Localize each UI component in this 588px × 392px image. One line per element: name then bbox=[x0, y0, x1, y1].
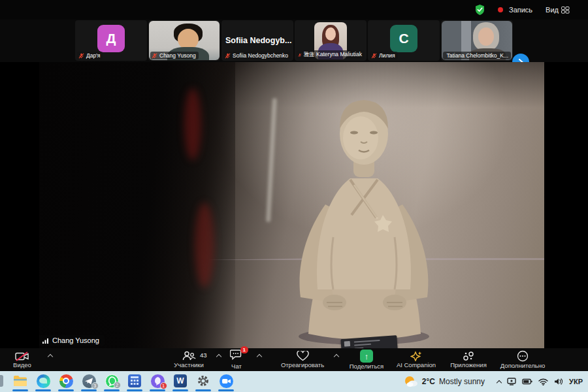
calculator-icon bbox=[128, 374, 141, 387]
language-indicator[interactable]: УКР bbox=[569, 378, 583, 385]
active-speaker-name-overlay: Chang Yusong bbox=[39, 335, 105, 346]
system-tray: УКР bbox=[497, 371, 583, 392]
weather-widget[interactable]: 2°C Mostly sunny bbox=[404, 371, 485, 392]
running-indicator bbox=[104, 389, 120, 391]
react-button[interactable]: Отреагировать bbox=[277, 348, 328, 371]
taskbar-edge[interactable] bbox=[33, 373, 53, 389]
audio-level-icon bbox=[42, 337, 50, 344]
participant-name-label: Дар'я bbox=[77, 52, 103, 59]
heart-icon bbox=[297, 351, 309, 361]
participants-options-chevron[interactable] bbox=[216, 354, 221, 359]
more-button[interactable]: Дополнительно bbox=[495, 348, 550, 371]
taskbar-word[interactable]: W bbox=[171, 373, 190, 389]
share-screen-button[interactable]: ↑ Поделиться bbox=[345, 348, 388, 371]
apps-icon bbox=[463, 351, 474, 361]
participant-tile-darya[interactable]: Д Дар'я bbox=[75, 20, 147, 61]
participant-name-label: 雅蓮 Kateryna Maliutiak bbox=[297, 50, 365, 59]
participant-big-name: Sofiia Nedogyb... bbox=[225, 36, 291, 45]
edge-icon bbox=[37, 374, 50, 388]
participant-tile-sofiia[interactable]: Sofiia Nedogyb... Sofiia Nedogybchenko bbox=[221, 20, 293, 61]
view-button[interactable]: Вид bbox=[546, 6, 570, 14]
taskbar-whatsapp[interactable]: 2 bbox=[102, 373, 122, 389]
chat-options-chevron[interactable] bbox=[257, 354, 262, 359]
speaker-name: Chang Yusong bbox=[52, 336, 99, 344]
volume-icon[interactable] bbox=[554, 378, 563, 385]
weather-condition: Mostly sunny bbox=[439, 377, 485, 386]
mic-muted-icon bbox=[298, 52, 302, 58]
main-speaker-video: Chang Yusong bbox=[39, 62, 544, 348]
mic-muted-icon bbox=[78, 53, 84, 59]
taskbar-file-explorer[interactable] bbox=[10, 373, 30, 389]
video-options-chevron[interactable] bbox=[48, 354, 53, 359]
shield-icon bbox=[475, 5, 485, 15]
weather-temp: 2°C bbox=[422, 377, 435, 386]
participant-name-label: Tatiana Chelombitko_K... bbox=[443, 52, 511, 59]
recording-label: Запись bbox=[509, 6, 532, 14]
ai-sparkle-icon bbox=[410, 351, 422, 361]
video-toggle-button[interactable]: Видео bbox=[5, 348, 39, 371]
share-label: Поделиться bbox=[350, 363, 384, 370]
taskbar-chrome[interactable] bbox=[56, 373, 76, 389]
plaque-text-line bbox=[354, 344, 371, 346]
participant-tile-kateryna[interactable]: 雅蓮 Kateryna Maliutiak bbox=[295, 20, 367, 61]
mic-muted-icon bbox=[444, 53, 445, 59]
apps-button[interactable]: Приложения bbox=[446, 348, 491, 371]
running-indicator bbox=[172, 389, 188, 391]
plaque-text-line bbox=[354, 340, 380, 343]
running-indicator bbox=[127, 389, 142, 391]
video-label: Видео bbox=[13, 362, 31, 368]
react-options-chevron[interactable] bbox=[334, 354, 339, 359]
avatar: Д bbox=[97, 25, 125, 52]
gear-icon bbox=[197, 374, 210, 387]
view-label: Вид bbox=[546, 6, 559, 14]
participants-label: Участники bbox=[174, 362, 203, 368]
mic-muted-icon bbox=[225, 53, 231, 59]
red-light-reflection bbox=[184, 88, 201, 160]
hidden-icons-chevron[interactable] bbox=[497, 379, 501, 385]
chat-unread-badge: 1 bbox=[240, 346, 248, 353]
plaque-image bbox=[344, 341, 351, 347]
ai-companion-button[interactable]: AI Companion bbox=[392, 348, 440, 371]
mostly-sunny-icon bbox=[404, 375, 418, 388]
wifi-icon[interactable] bbox=[538, 378, 548, 385]
word-icon: W bbox=[174, 374, 187, 387]
participants-count: 43 bbox=[200, 351, 207, 359]
viber-icon: 1 bbox=[151, 374, 165, 388]
participant-name-label: Sofiia Nedogybchenko bbox=[223, 52, 291, 59]
participant-tile-tatiana[interactable]: Tatiana Chelombitko_K... bbox=[441, 20, 513, 61]
cutoff-app-icon[interactable] bbox=[0, 375, 3, 387]
badge-count: 2 bbox=[114, 382, 121, 389]
badge-count: 3 bbox=[91, 382, 99, 389]
participants-button[interactable]: Участники 43 bbox=[169, 348, 209, 371]
whatsapp-icon: 2 bbox=[105, 374, 119, 388]
participant-name-label: Chang Yusong bbox=[150, 52, 199, 59]
running-indicator bbox=[12, 389, 28, 391]
battery-icon[interactable] bbox=[522, 378, 532, 385]
taskbar-telegram[interactable]: 3 bbox=[79, 373, 99, 389]
running-indicator bbox=[195, 389, 211, 391]
participants-icon bbox=[182, 351, 196, 361]
terracotta-statue bbox=[261, 87, 467, 348]
grid-view-icon bbox=[561, 7, 570, 14]
recording-dot-icon bbox=[498, 7, 503, 12]
chat-button[interactable]: 1 Чат bbox=[223, 348, 250, 371]
participant-tile-chang-yusong[interactable]: Chang Yusong bbox=[148, 20, 220, 61]
recording-indicator[interactable]: Запись bbox=[498, 6, 532, 14]
participant-name-label: Лилия bbox=[370, 52, 398, 59]
participant-tile-liliya[interactable]: С Лилия bbox=[368, 20, 440, 61]
more-label: Дополнительно bbox=[500, 363, 545, 369]
display-icon[interactable] bbox=[507, 378, 516, 385]
badge-count: 1 bbox=[160, 382, 167, 389]
meeting-top-bar: Запись Вид bbox=[0, 0, 588, 20]
taskbar-calculator[interactable] bbox=[125, 373, 144, 389]
running-indicator bbox=[150, 389, 165, 391]
face bbox=[325, 27, 336, 41]
mic-muted-icon bbox=[371, 53, 377, 59]
react-label: Отреагировать bbox=[281, 362, 324, 368]
chrome-icon bbox=[59, 374, 73, 388]
taskbar-zoom[interactable] bbox=[216, 373, 236, 389]
running-indicator bbox=[35, 389, 51, 391]
taskbar-viber[interactable]: 1 bbox=[148, 373, 167, 389]
security-shield-icon[interactable] bbox=[475, 5, 485, 15]
taskbar-settings[interactable] bbox=[193, 373, 213, 389]
